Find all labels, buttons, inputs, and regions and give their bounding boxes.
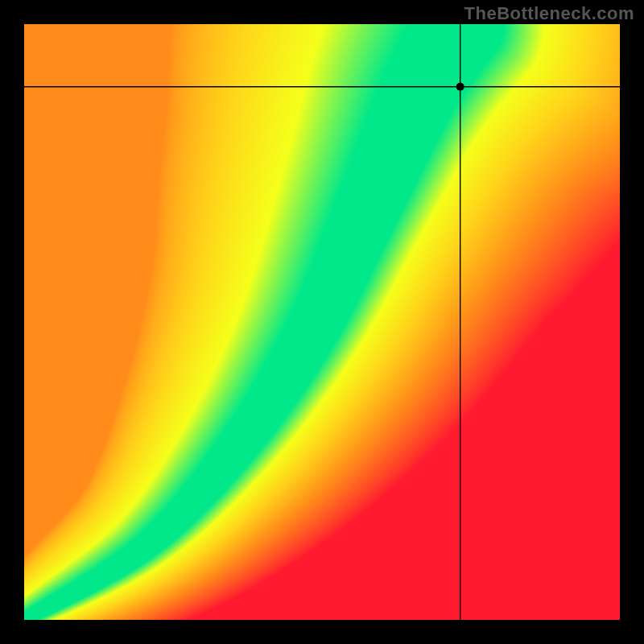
watermark-text: TheBottleneck.com [464, 3, 634, 24]
bottleneck-heatmap [0, 0, 644, 644]
chart-container: TheBottleneck.com [0, 0, 644, 644]
